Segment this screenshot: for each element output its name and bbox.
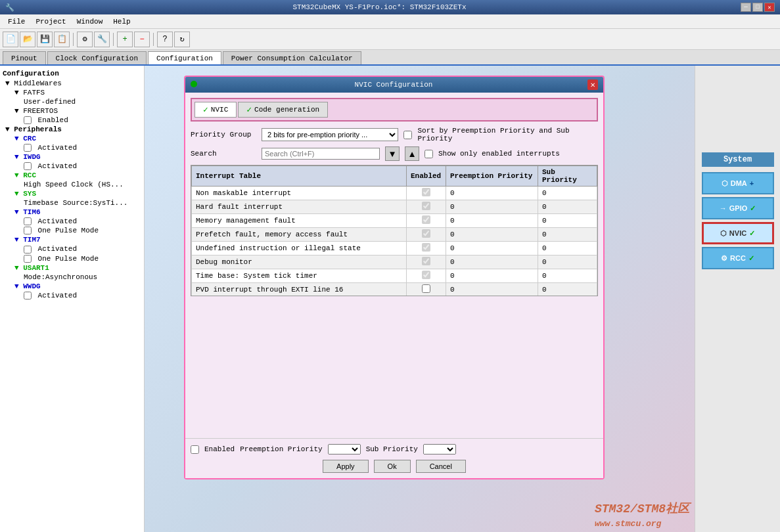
right-btn-dma[interactable]: ⬡ DMA + [702,172,774,194]
tim6-opm-check[interactable] [24,227,32,234]
interrupt-enabled[interactable] [407,283,446,297]
interrupt-enable-check[interactable] [422,188,430,196]
toolbar-btn6[interactable]: 🔧 [94,32,110,47]
interrupt-preemption: 0 [446,283,538,297]
search-down-button[interactable]: ▼ [385,146,400,161]
bottom-preemption-select[interactable] [328,444,361,454]
menu-project[interactable]: Project [30,16,71,27]
bottom-enabled-check[interactable] [191,445,199,454]
sidebar-item-enabled[interactable]: Enabled [0,116,144,125]
tim7-activated-check[interactable] [24,246,32,254]
interrupt-enabled[interactable] [407,255,446,269]
iwdg-activated-check[interactable] [24,162,32,170]
sidebar-item-sys-timebase: Timebase Source:SysTi... [0,198,144,208]
sidebar-item-tim7-activated[interactable]: Activated [0,244,144,254]
toolbar-new[interactable]: 📄 [3,32,18,47]
nvic-close-button[interactable]: ✕ [587,79,598,90]
tab-clock[interactable]: Clock Configuration [47,51,147,64]
interrupt-preemption: 0 [446,200,538,214]
sidebar-item-iwdg-activated[interactable]: Activated [0,162,144,171]
userdefined-label: User-defined [24,98,76,106]
content-area: NVIC Configuration ✕ ✓ NVIC ✓ Code gener… [145,66,695,532]
toolbar-refresh[interactable]: ↻ [174,32,190,47]
sidebar-item-tim6[interactable]: ▼ TIM6 [0,208,144,217]
interrupt-enable-check[interactable] [422,202,430,210]
search-up-button[interactable]: ▲ [405,146,419,161]
sidebar-item-crc-activated[interactable]: Activated [0,143,144,152]
right-btn-gpio[interactable]: → GPIO ✓ [702,197,774,219]
sidebar-item-tim6-activated[interactable]: Activated [0,217,144,226]
tab-power[interactable]: Power Consumption Calculator [223,51,361,64]
minimize-button[interactable]: ─ [741,3,751,12]
sidebar-item-tim7[interactable]: ▼ TIM7 [0,235,144,244]
sidebar-item-wwdg-activated[interactable]: Activated [0,291,144,300]
nvic-tab-nvic[interactable]: ✓ NVIC [195,102,237,118]
titlebar: 🔧 STM32CubeMX YS-F1Pro.ioc*: STM32F103ZE… [0,0,780,14]
sidebar-item-tim7-opm[interactable]: One Pulse Mode [0,254,144,263]
sidebar-item-wwdg[interactable]: ▼ WWDG [0,282,144,291]
sidebar-item-middlewares[interactable]: ▼ MiddleWares [0,79,144,88]
sidebar-item-fatfs[interactable]: ▼ FATFS [0,88,144,97]
toolbar-open[interactable]: 📂 [20,32,35,47]
opm-label: One Pulse Mode [38,227,99,234]
toolbar-add[interactable]: + [117,32,133,47]
toolbar-help[interactable]: ? [157,32,173,47]
menu-window[interactable]: Window [72,16,108,27]
sidebar-item-freertos[interactable]: ▼ FREERTOS [0,106,144,116]
sidebar-item-tim6-opm[interactable]: One Pulse Mode [0,226,144,235]
right-btn-rcc[interactable]: ⚙ RCC ✓ [702,247,774,269]
crc-activated-check[interactable] [24,144,32,152]
interrupt-enabled[interactable] [407,200,446,214]
interrupt-enable-check[interactable] [422,243,430,252]
menu-help[interactable]: Help [108,16,135,27]
menu-file[interactable]: File [3,16,30,27]
interrupt-enabled[interactable] [407,269,446,283]
interrupt-enable-check[interactable] [422,271,430,279]
maximize-button[interactable]: □ [752,3,763,12]
toolbar-saveas[interactable]: 📋 [54,32,70,47]
show-enabled-check[interactable] [424,150,433,158]
ok-button[interactable]: Ok [374,460,411,473]
bottom-sub-select[interactable] [423,444,456,454]
interrupt-enabled[interactable] [407,242,446,255]
tab-pinout[interactable]: Pinout [3,51,46,64]
right-btn-nvic[interactable]: ⬡ NVIC ✓ [702,222,774,244]
interrupt-enable-check[interactable] [422,215,430,224]
freertos-enabled-check[interactable] [24,116,32,124]
table-row: Memory management fault00 [192,214,597,228]
interrupt-enabled[interactable] [407,214,446,228]
priority-group-row: Priority Group 2 bits for pre-emption pr… [191,127,598,143]
tab-configuration[interactable]: Configuration [148,51,221,64]
toolbar-save[interactable]: 💾 [37,32,53,47]
interrupt-enable-check[interactable] [422,257,430,265]
col-interrupt: Interrupt Table [192,166,407,187]
window-controls: ─ □ ✕ [741,3,775,12]
close-button[interactable]: ✕ [764,3,775,12]
interrupt-enable-check[interactable] [422,284,430,293]
nvic-tab-nvic-label: NVIC [211,106,228,114]
sidebar-item-usart1[interactable]: ▼ USART1 [0,263,144,273]
sidebar-item-peripherals[interactable]: ▼ Peripherals [0,125,144,134]
sidebar-item-iwdg[interactable]: ▼ IWDG [0,152,144,162]
nvic-tab-codegen[interactable]: ✓ Code generation [238,102,328,118]
sort-checkbox[interactable] [403,131,412,139]
interrupt-enable-check[interactable] [422,229,430,238]
interrupt-enabled[interactable] [407,187,446,200]
wwdg-activated-check[interactable] [24,292,32,299]
sidebar-item-crc[interactable]: ▼ CRC [0,134,144,143]
sidebar-item-sys[interactable]: ▼ SYS [0,189,144,198]
tim6-activated-check[interactable] [24,217,32,225]
toolbar-remove[interactable]: − [134,32,150,47]
sidebar: Configuration ▼ MiddleWares ▼ FATFS User… [0,66,145,532]
sidebar-item-userdefined[interactable]: User-defined [0,97,144,106]
search-input[interactable] [262,148,380,160]
priority-group-select[interactable]: 2 bits for pre-emption priority ... 0 bi… [262,128,398,141]
cancel-button[interactable]: Cancel [416,460,466,473]
rcc-icon: ⚙ [721,254,727,263]
wwdg-label: WWDG [23,282,40,290]
toolbar-btn5[interactable]: ⚙ [77,32,93,47]
apply-button[interactable]: Apply [323,460,369,473]
interrupt-enabled[interactable] [407,228,446,242]
tim7-opm-check[interactable] [24,255,32,263]
sidebar-item-rcc[interactable]: ▼ RCC [0,171,144,180]
